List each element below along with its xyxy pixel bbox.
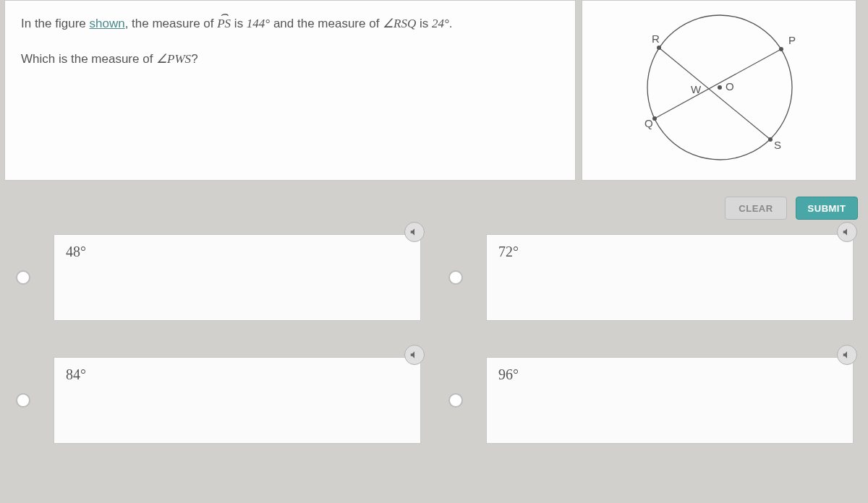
answer-options: 48° 72° 84° 96° (0, 227, 868, 444)
linked-word-shown[interactable]: shown (90, 17, 125, 30)
arc-value: 144° (247, 17, 270, 30)
speaker-icon[interactable] (837, 345, 857, 365)
submit-button[interactable]: SUBMIT (796, 197, 858, 220)
label-R: R (652, 33, 660, 45)
option-a-label: 48° (66, 244, 86, 259)
option-row-1: 48° 72° (0, 234, 868, 321)
angle-RSQ-value: 24° (432, 17, 449, 30)
text: , the measure of (125, 17, 218, 30)
label-S: S (774, 139, 781, 151)
action-buttons: CLEAR SUBMIT (0, 184, 868, 227)
option-d[interactable]: 96° (486, 357, 854, 444)
speaker-icon[interactable] (837, 222, 857, 242)
option-b[interactable]: 72° (486, 234, 854, 321)
text: is (416, 17, 432, 30)
question-panel: In the figure shown, the measure of PS i… (4, 0, 576, 181)
label-Q: Q (644, 117, 653, 129)
question-line-2: Which is the measure of ∠PWS? (21, 49, 559, 69)
angle-RSQ: ∠RSQ (383, 17, 416, 30)
text: and the measure of (270, 17, 383, 30)
text: . (449, 17, 453, 30)
label-P: P (788, 34, 796, 46)
arc-PS: PS (217, 14, 231, 33)
option-a[interactable]: 48° (54, 234, 421, 321)
radio-option-b[interactable] (448, 270, 463, 285)
label-O: O (726, 80, 734, 93)
text: In the figure (21, 17, 90, 30)
question-line-1: In the figure shown, the measure of PS i… (21, 14, 559, 33)
top-row: In the figure shown, the measure of PS i… (0, 0, 868, 184)
svg-line-7 (659, 48, 770, 139)
angle-PWS: ∠PWS (156, 52, 191, 66)
option-c[interactable]: 84° (54, 357, 421, 444)
circle-diagram: P R Q S W O (582, 1, 857, 181)
option-d-label: 96° (498, 366, 519, 382)
radio-option-c[interactable] (16, 393, 30, 408)
clear-button[interactable]: CLEAR (725, 197, 787, 220)
figure-panel: P R Q S W O (582, 0, 856, 181)
text: is (231, 17, 247, 30)
option-b-label: 72° (498, 244, 519, 259)
option-row-2: 84° 96° (0, 357, 868, 444)
speaker-icon[interactable] (404, 222, 425, 242)
text: Which is the measure of (21, 52, 156, 66)
svg-point-5 (718, 85, 722, 90)
text: ? (191, 52, 197, 66)
radio-option-a[interactable] (16, 270, 30, 285)
speaker-icon[interactable] (404, 345, 425, 365)
radio-option-d[interactable] (448, 393, 463, 408)
label-W: W (691, 83, 702, 95)
option-c-label: 84° (66, 366, 86, 382)
